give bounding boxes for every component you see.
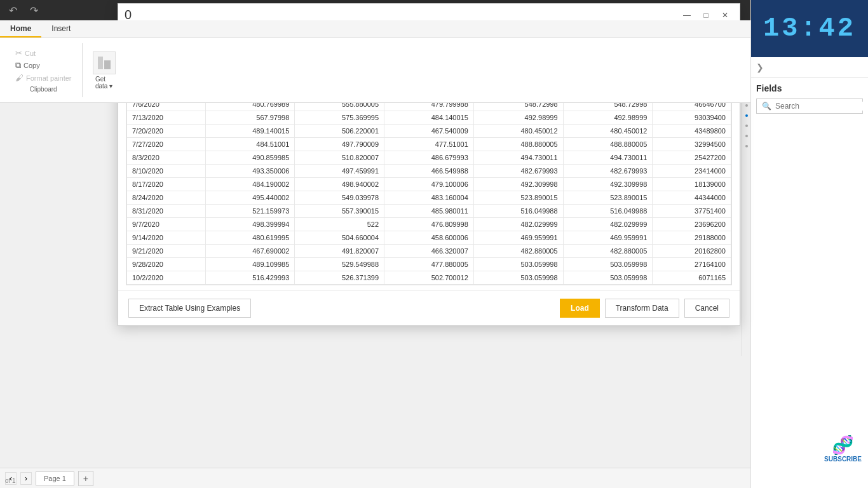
redo-button[interactable]: ↷ xyxy=(26,3,42,18)
table-cell: 522 xyxy=(295,218,384,231)
table-row: 8/3/2020490.859985510.820007486.67999349… xyxy=(127,151,731,165)
table-cell: 10/2/2020 xyxy=(127,271,206,285)
table-cell: 8/31/2020 xyxy=(127,205,206,218)
table-cell: 477.51001 xyxy=(384,138,474,151)
table-cell: 529.549988 xyxy=(295,258,384,271)
nav-arrow-icon: ❯ xyxy=(756,62,764,72)
table-cell: 575.369995 xyxy=(295,111,384,125)
dialog-maximize-button[interactable]: □ xyxy=(698,9,714,22)
get-data-label[interactable]: Getdata ▾ xyxy=(95,76,112,90)
svg-rect-1 xyxy=(104,60,111,69)
table-cell: 23414000 xyxy=(653,165,731,178)
add-page-button[interactable]: + xyxy=(78,471,93,486)
bottombar: ‹ › Page 1 + of 1 xyxy=(0,468,750,488)
table-cell: 9/28/2020 xyxy=(127,258,206,271)
table-row: 9/21/2020467.690002491.820007466.3200074… xyxy=(127,245,731,258)
table-cell: 482.679993 xyxy=(473,165,563,178)
fields-title: Fields xyxy=(756,83,863,93)
right-panel: 13:42 ❯ Fields 🔍 🧬 SUBSCRIBE xyxy=(750,0,868,488)
scroll-dot xyxy=(745,135,748,137)
table-cell: 43489800 xyxy=(653,125,731,138)
table-row: 9/14/2020480.619995504.660004458.6000064… xyxy=(127,231,731,245)
table-cell: 567.97998 xyxy=(205,111,295,125)
table-cell: 466.549988 xyxy=(384,165,474,178)
table-cell: 489.109985 xyxy=(205,258,295,271)
table-cell: 466.320007 xyxy=(384,245,474,258)
table-cell: 503.059998 xyxy=(473,271,563,285)
undo-button[interactable]: ↶ xyxy=(5,3,21,18)
table-cell: 482.029999 xyxy=(563,218,653,231)
page-tab[interactable]: Page 1 xyxy=(36,471,74,485)
table-row: 7/20/2020489.140015506.220001467.5400094… xyxy=(127,125,731,138)
extract-table-button[interactable]: Extract Table Using Examples xyxy=(128,299,251,318)
table-cell: 498.399994 xyxy=(205,218,295,231)
table-row: 8/10/2020493.350006497.459991466.5499884… xyxy=(127,165,731,178)
footer-right-buttons: Load Transform Data Cancel xyxy=(560,299,729,318)
table-cell: 503.059998 xyxy=(563,271,653,285)
table-row: 8/31/2020521.159973557.390015485.9800115… xyxy=(127,205,731,218)
table-cell: 492.309998 xyxy=(473,178,563,191)
table-cell: 477.880005 xyxy=(384,258,474,271)
table-cell: 27164100 xyxy=(653,258,731,271)
table-row: 10/2/2020516.429993526.371399502.7000125… xyxy=(127,271,731,285)
table-cell: 476.809998 xyxy=(384,218,474,231)
table-cell: 480.619995 xyxy=(205,231,295,245)
fields-search-box[interactable]: 🔍 xyxy=(756,98,863,114)
scroll-dot xyxy=(745,145,748,147)
table-cell: 498.940002 xyxy=(295,178,384,191)
table-cell: 37751400 xyxy=(653,205,731,218)
copy-label: Copy xyxy=(24,62,40,69)
copy-item[interactable]: ⧉ Copy xyxy=(13,60,43,71)
dialog-minimize-button[interactable]: — xyxy=(679,9,695,22)
table-cell: 502.700012 xyxy=(384,271,474,285)
table-cell: 480.450012 xyxy=(563,125,653,138)
tab-home[interactable]: Home xyxy=(0,20,41,37)
table-cell: 23696200 xyxy=(653,218,731,231)
table-cell: 479.100006 xyxy=(384,178,474,191)
table-cell: 503.059998 xyxy=(473,258,563,271)
table-cell: 488.880005 xyxy=(563,138,653,151)
table-cell: 557.390015 xyxy=(295,205,384,218)
scroll-area xyxy=(742,102,750,356)
clock-display: 13:42 xyxy=(751,0,868,57)
table-cell: 9/21/2020 xyxy=(127,245,206,258)
table-cell: 8/10/2020 xyxy=(127,165,206,178)
copy-icon: ⧉ xyxy=(15,60,21,71)
table-cell: 521.159973 xyxy=(205,205,295,218)
table-cell: 469.959991 xyxy=(473,231,563,245)
table-cell: 484.51001 xyxy=(205,138,295,151)
load-button[interactable]: Load xyxy=(560,299,600,318)
scroll-dots xyxy=(742,102,750,150)
next-page-button[interactable]: › xyxy=(20,472,32,485)
table-row: 7/27/2020484.51001497.790009477.51001488… xyxy=(127,138,731,151)
table-cell: 493.350006 xyxy=(205,165,295,178)
table-row: 8/17/2020484.190002498.940002479.1000064… xyxy=(127,178,731,191)
panel-nav-arrow[interactable]: ❯ xyxy=(751,57,868,78)
tab-insert[interactable]: Insert xyxy=(41,20,81,37)
table-cell: 516.429993 xyxy=(205,271,295,285)
table-cell: 491.820007 xyxy=(295,245,384,258)
table-cell: 490.859985 xyxy=(205,151,295,165)
subscribe-label[interactable]: SUBSCRIBE xyxy=(824,456,862,463)
table-cell: 9/14/2020 xyxy=(127,231,206,245)
table-cell: 458.600006 xyxy=(384,231,474,245)
table-cell: 482.679993 xyxy=(563,165,653,178)
cancel-button[interactable]: Cancel xyxy=(684,299,729,318)
table-cell: 492.309998 xyxy=(563,178,653,191)
table-body: 6/29/2020485.640015492.279999475.5299994… xyxy=(127,85,731,285)
format-painter-item[interactable]: 🖌 Format painter xyxy=(13,72,74,83)
table-cell: 549.039978 xyxy=(295,191,384,205)
dialog-close-button[interactable]: ✕ xyxy=(717,9,733,22)
search-input[interactable] xyxy=(775,102,868,111)
dna-icon: 🧬 xyxy=(832,435,854,456)
table-cell: 25427200 xyxy=(653,151,731,165)
cut-item[interactable]: ✂ Cut xyxy=(13,48,38,58)
subscribe-area: 🧬 SUBSCRIBE xyxy=(824,435,862,463)
transform-data-button[interactable]: Transform Data xyxy=(605,299,679,318)
table-cell: 510.820007 xyxy=(295,151,384,165)
format-painter-icon: 🖌 xyxy=(15,73,24,83)
table-row: 8/24/2020495.440002549.039978483.1600045… xyxy=(127,191,731,205)
scroll-dot xyxy=(745,125,748,127)
dialog-footer: Extract Table Using Examples Load Transf… xyxy=(118,290,740,325)
table-cell: 492.98999 xyxy=(563,111,653,125)
